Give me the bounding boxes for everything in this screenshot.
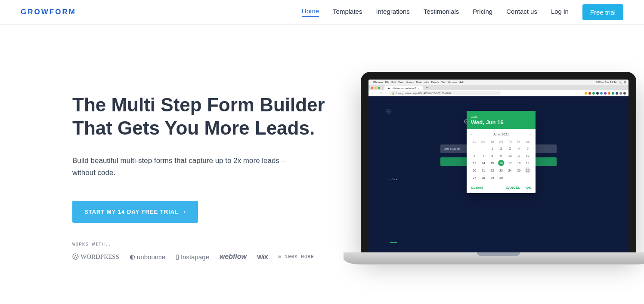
datepicker-day: 19 bbox=[523, 160, 532, 166]
hero-copy: The Multi Step Form Builder That Gets Yo… bbox=[72, 68, 339, 261]
datepicker-day: 25 bbox=[514, 167, 523, 173]
extension-icon bbox=[612, 92, 614, 95]
search-icon: 🔍 bbox=[619, 81, 622, 84]
partner-unbounce: ◐ unbounce bbox=[130, 253, 165, 261]
page-logo-icon bbox=[386, 108, 392, 114]
datepicker-dow: Fr bbox=[514, 139, 523, 144]
datepicker-day: 30 bbox=[497, 175, 506, 181]
datepicker-year: 2021 bbox=[471, 115, 531, 118]
datepicker-dow: Sa bbox=[523, 139, 532, 144]
datepicker-day: 20 bbox=[470, 167, 479, 173]
menubar-item: File bbox=[385, 81, 390, 83]
datepicker-nav: ‹ June 2021 › bbox=[467, 129, 536, 138]
progress-bar bbox=[390, 242, 397, 243]
browser-url-bar: ← → ⟳ ⌂ 🔒 form.growform.co/go/60414f8061… bbox=[368, 90, 629, 96]
datepicker-day: 7 bbox=[479, 153, 488, 159]
avatar-icon bbox=[623, 92, 626, 95]
tab-favicon: ◆ bbox=[388, 86, 390, 89]
partner-webflow: webflow bbox=[220, 253, 247, 261]
partner-logos: Ⓦ WORDPRESS ◐ unbounce ▯ Instapage webfl… bbox=[72, 253, 339, 261]
datepicker-dow: Mo bbox=[479, 139, 488, 144]
datepicker-day: 9 bbox=[497, 153, 506, 159]
browser-tab: ◆ Life insurance form 2 × bbox=[384, 86, 423, 90]
chevron-right-icon: › bbox=[184, 209, 186, 215]
nav-pricing[interactable]: Pricing bbox=[473, 8, 492, 17]
partner-instapage: ▯ Instapage bbox=[176, 253, 209, 261]
datepicker-day: 23 bbox=[497, 167, 506, 173]
datepicker-day: 11 bbox=[514, 153, 523, 159]
wordpress-icon: Ⓦ bbox=[72, 253, 79, 261]
new-tab-icon: + bbox=[424, 86, 430, 89]
tab-close-icon: × bbox=[418, 87, 419, 89]
extension-icon bbox=[604, 92, 607, 95]
menubar-item: People bbox=[431, 81, 439, 83]
datepicker-day: 12 bbox=[523, 153, 532, 159]
works-with: WORKS WITH... Ⓦ WORDPRESS ◐ unbounce ▯ I… bbox=[72, 242, 339, 261]
hero-section: The Multi Step Form Builder That Gets Yo… bbox=[0, 25, 644, 261]
control-center-icon: ☰ bbox=[624, 81, 626, 84]
nav-home[interactable]: Home bbox=[302, 7, 319, 17]
menubar-status: 100% ▪ Tue 19:34 bbox=[596, 81, 617, 83]
menubar-item: Tab bbox=[441, 81, 446, 83]
partner-wix: WiX bbox=[257, 253, 268, 261]
datepicker-day: 28 bbox=[479, 175, 488, 181]
nav-login[interactable]: Log in bbox=[551, 8, 569, 17]
datepicker-month: June 2021 bbox=[493, 132, 509, 136]
datepicker-day: 24 bbox=[505, 167, 514, 173]
form-page: Ge xxxxxxxxxxxxxxxxxx ote We c xxxxxxxxx… bbox=[368, 96, 629, 252]
browser-tabstrip: ◆ Life insurance form 2 × + bbox=[368, 85, 629, 90]
nav-templates[interactable]: Templates bbox=[333, 8, 362, 17]
minimize-icon bbox=[375, 87, 377, 89]
menubar-item: Window bbox=[448, 81, 457, 83]
datepicker-day: 26 bbox=[525, 167, 531, 173]
datepicker-day bbox=[479, 145, 488, 151]
home-icon: ⌂ bbox=[385, 92, 387, 95]
extension-icon bbox=[616, 92, 618, 95]
menubar-item: Help bbox=[459, 81, 464, 83]
datepicker-dow: Tu bbox=[488, 139, 497, 144]
datepicker-day bbox=[523, 175, 532, 181]
datepicker-day: 13 bbox=[470, 160, 479, 166]
menubar-item: View bbox=[398, 81, 404, 83]
url-field: 🔒 form.growform.co/go/60414f8061a77a2001… bbox=[389, 91, 501, 95]
datepicker-day: 14 bbox=[479, 160, 488, 166]
menubar-app: Chrome bbox=[373, 81, 383, 83]
datepicker-day: 1 bbox=[488, 145, 497, 151]
datepicker-dow: We bbox=[497, 139, 506, 144]
nav-contact[interactable]: Contact us bbox=[506, 8, 537, 17]
maximize-icon bbox=[378, 87, 380, 89]
instapage-icon: ▯ bbox=[176, 253, 179, 261]
reload-icon: ⟳ bbox=[381, 92, 383, 95]
logo[interactable]: GROWFORM bbox=[21, 8, 76, 16]
browser-extensions bbox=[585, 92, 626, 95]
datepicker-day: 10 bbox=[505, 153, 514, 159]
partner-wordpress: Ⓦ WORDPRESS bbox=[72, 253, 119, 261]
back-icon: ← bbox=[371, 92, 374, 95]
datepicker: 2021 Wed, Jun 16 ‹ June 2021 › SuMoTuWeT… bbox=[467, 111, 536, 193]
datepicker-headline: Wed, Jun 16 bbox=[471, 119, 531, 126]
works-with-label: WORKS WITH... bbox=[72, 242, 339, 247]
extension-icon bbox=[585, 92, 587, 95]
url-text: form.growform.co/go/60414f8061a77a200170… bbox=[396, 92, 451, 95]
field-placeholder: Date cover sh bbox=[444, 147, 460, 150]
extension-icon bbox=[588, 92, 591, 95]
extension-icon bbox=[608, 92, 610, 95]
extension-icon bbox=[592, 92, 595, 95]
extension-icon bbox=[600, 92, 603, 95]
nav-testimonials[interactable]: Testimonials bbox=[424, 8, 459, 17]
datepicker-day bbox=[470, 145, 479, 151]
laptop-screen-frame: Chrome File Edit View History Bookmarks … bbox=[361, 72, 636, 252]
start-trial-button[interactable]: START MY 14 DAY FREE TRIAL › bbox=[72, 201, 198, 223]
datepicker-cancel: CANCEL bbox=[506, 186, 520, 190]
forward-icon: → bbox=[376, 92, 379, 95]
free-trial-button[interactable]: Free trial bbox=[582, 4, 623, 20]
datepicker-day bbox=[514, 175, 523, 181]
datepicker-ok: OK bbox=[526, 186, 531, 190]
site-header: GROWFORM Home Templates Integrations Tes… bbox=[0, 0, 644, 25]
laptop-base bbox=[344, 252, 644, 264]
nav-integrations[interactable]: Integrations bbox=[376, 8, 409, 17]
datepicker-day: 2 bbox=[497, 145, 506, 151]
datepicker-clear: CLEAR bbox=[471, 186, 483, 190]
datepicker-day bbox=[505, 175, 514, 181]
primary-nav: Home Templates Integrations Testimonials… bbox=[302, 4, 623, 20]
